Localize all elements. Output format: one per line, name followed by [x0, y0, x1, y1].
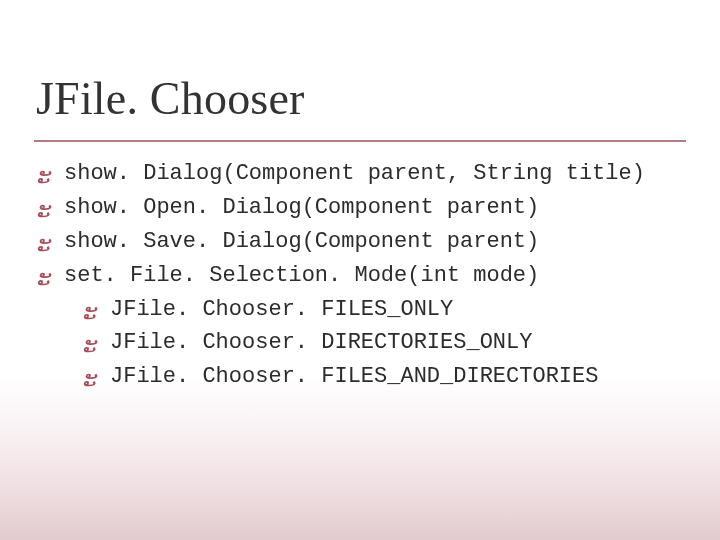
bullet-icon: ະ: [82, 363, 96, 395]
bullet-icon: ະ: [82, 329, 96, 361]
list-item-text: JFile. Chooser. DIRECTORIES_ONLY: [110, 330, 532, 355]
slide-content: ະ show. Dialog(Component parent, String …: [36, 156, 684, 395]
list-item: ະ show. Open. Dialog(Component parent): [36, 192, 684, 224]
bullet-icon: ະ: [82, 296, 96, 328]
list-item-text: JFile. Chooser. FILES_ONLY: [110, 297, 453, 322]
list-item: ະ JFile. Chooser. FILES_AND_DIRECTORIES: [82, 361, 684, 393]
list-item: ະ JFile. Chooser. DIRECTORIES_ONLY: [82, 327, 684, 359]
bullet-icon: ະ: [36, 194, 50, 226]
slide: JFile. Chooser ະ show. Dialog(Component …: [0, 0, 720, 540]
list-item-text: show. Save. Dialog(Component parent): [64, 229, 539, 254]
bullet-icon: ະ: [36, 228, 50, 260]
title-rule: [34, 140, 686, 142]
list-item-text: show. Dialog(Component parent, String ti…: [64, 158, 684, 190]
list-item: ະ JFile. Chooser. FILES_ONLY: [82, 294, 684, 326]
bullet-icon: ະ: [36, 160, 50, 192]
slide-title: JFile. Chooser: [36, 72, 305, 125]
list-item: ະ show. Dialog(Component parent, String …: [36, 158, 684, 190]
bullet-list: ະ show. Dialog(Component parent, String …: [36, 158, 684, 393]
list-item: ະ set. File. Selection. Mode(int mode) ະ…: [36, 260, 684, 394]
sub-bullet-list: ະ JFile. Chooser. FILES_ONLY ະ JFile. Ch…: [82, 294, 684, 394]
list-item-text: show. Open. Dialog(Component parent): [64, 195, 539, 220]
list-item-text: JFile. Chooser. FILES_AND_DIRECTORIES: [110, 364, 598, 389]
list-item-text: set. File. Selection. Mode(int mode): [64, 263, 539, 288]
list-item: ະ show. Save. Dialog(Component parent): [36, 226, 684, 258]
bullet-icon: ະ: [36, 262, 50, 294]
